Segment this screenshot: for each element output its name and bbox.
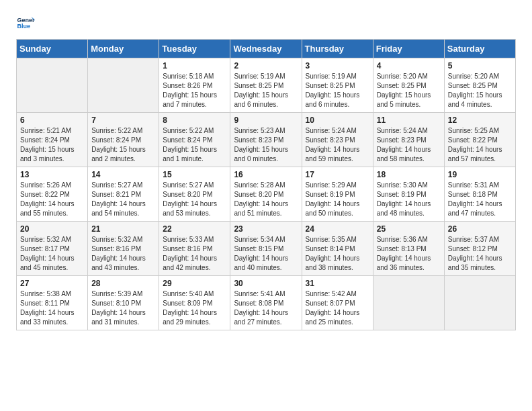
day-number: 19 bbox=[448, 170, 512, 179]
day-info: Sunrise: 5:24 AM Sunset: 8:23 PM Dayligh… bbox=[377, 126, 441, 164]
day-number: 9 bbox=[234, 116, 298, 125]
day-info: Sunrise: 5:22 AM Sunset: 8:24 PM Dayligh… bbox=[91, 126, 155, 164]
day-info: Sunrise: 5:25 AM Sunset: 8:22 PM Dayligh… bbox=[448, 126, 512, 164]
day-info: Sunrise: 5:27 AM Sunset: 8:21 PM Dayligh… bbox=[91, 181, 155, 218]
logo: General Blue bbox=[16, 13, 38, 32]
day-number: 27 bbox=[20, 279, 84, 288]
day-info: Sunrise: 5:33 AM Sunset: 8:16 PM Dayligh… bbox=[163, 235, 226, 273]
day-number: 30 bbox=[234, 279, 298, 288]
day-number: 14 bbox=[91, 170, 155, 179]
column-header-sunday: Sunday bbox=[17, 40, 88, 58]
day-number: 12 bbox=[448, 116, 512, 125]
calendar-cell: 21Sunrise: 5:32 AM Sunset: 8:16 PM Dayli… bbox=[88, 222, 159, 276]
day-info: Sunrise: 5:29 AM Sunset: 8:19 PM Dayligh… bbox=[306, 181, 369, 218]
column-header-thursday: Thursday bbox=[302, 40, 373, 58]
calendar-cell: 4Sunrise: 5:20 AM Sunset: 8:25 PM Daylig… bbox=[373, 58, 444, 113]
calendar-cell: 16Sunrise: 5:28 AM Sunset: 8:20 PM Dayli… bbox=[230, 167, 302, 222]
day-number: 24 bbox=[306, 224, 369, 234]
day-info: Sunrise: 5:20 AM Sunset: 8:25 PM Dayligh… bbox=[377, 72, 441, 109]
day-info: Sunrise: 5:18 AM Sunset: 8:26 PM Dayligh… bbox=[163, 72, 226, 109]
calendar-cell: 15Sunrise: 5:27 AM Sunset: 8:20 PM Dayli… bbox=[159, 167, 230, 222]
calendar-week-row: 13Sunrise: 5:26 AM Sunset: 8:22 PM Dayli… bbox=[17, 167, 516, 222]
day-info: Sunrise: 5:32 AM Sunset: 8:16 PM Dayligh… bbox=[91, 235, 155, 273]
day-info: Sunrise: 5:31 AM Sunset: 8:18 PM Dayligh… bbox=[448, 181, 512, 218]
calendar-week-row: 27Sunrise: 5:38 AM Sunset: 8:11 PM Dayli… bbox=[17, 276, 516, 330]
calendar-cell: 8Sunrise: 5:22 AM Sunset: 8:24 PM Daylig… bbox=[159, 113, 230, 167]
day-info: Sunrise: 5:19 AM Sunset: 8:25 PM Dayligh… bbox=[234, 72, 298, 109]
day-number: 8 bbox=[163, 116, 226, 125]
day-info: Sunrise: 5:32 AM Sunset: 8:17 PM Dayligh… bbox=[20, 235, 84, 273]
calendar-cell: 19Sunrise: 5:31 AM Sunset: 8:18 PM Dayli… bbox=[444, 167, 515, 222]
day-number: 3 bbox=[306, 61, 369, 71]
day-info: Sunrise: 5:36 AM Sunset: 8:13 PM Dayligh… bbox=[377, 235, 441, 273]
day-number: 5 bbox=[448, 61, 512, 71]
calendar-cell: 18Sunrise: 5:30 AM Sunset: 8:19 PM Dayli… bbox=[373, 167, 444, 222]
calendar-cell bbox=[373, 276, 444, 330]
day-info: Sunrise: 5:39 AM Sunset: 8:10 PM Dayligh… bbox=[91, 289, 155, 327]
calendar-cell: 25Sunrise: 5:36 AM Sunset: 8:13 PM Dayli… bbox=[373, 222, 444, 276]
day-number: 11 bbox=[377, 116, 441, 125]
calendar-header-row: SundayMondayTuesdayWednesdayThursdayFrid… bbox=[17, 40, 516, 58]
day-number: 29 bbox=[163, 279, 226, 288]
calendar-cell: 1Sunrise: 5:18 AM Sunset: 8:26 PM Daylig… bbox=[159, 58, 230, 113]
day-number: 10 bbox=[306, 116, 369, 125]
calendar-cell: 30Sunrise: 5:41 AM Sunset: 8:08 PM Dayli… bbox=[230, 276, 302, 330]
svg-text:General: General bbox=[17, 17, 35, 24]
day-number: 25 bbox=[377, 224, 441, 234]
calendar-cell: 6Sunrise: 5:21 AM Sunset: 8:24 PM Daylig… bbox=[17, 113, 88, 167]
day-info: Sunrise: 5:22 AM Sunset: 8:24 PM Dayligh… bbox=[163, 126, 226, 164]
day-number: 2 bbox=[234, 61, 298, 71]
day-info: Sunrise: 5:19 AM Sunset: 8:25 PM Dayligh… bbox=[306, 72, 369, 109]
calendar-cell: 20Sunrise: 5:32 AM Sunset: 8:17 PM Dayli… bbox=[17, 222, 88, 276]
page-header: General Blue bbox=[16, 13, 516, 32]
calendar-cell: 12Sunrise: 5:25 AM Sunset: 8:22 PM Dayli… bbox=[444, 113, 515, 167]
calendar-cell: 26Sunrise: 5:37 AM Sunset: 8:12 PM Dayli… bbox=[444, 222, 515, 276]
day-number: 20 bbox=[20, 224, 84, 234]
day-info: Sunrise: 5:34 AM Sunset: 8:15 PM Dayligh… bbox=[234, 235, 298, 273]
day-number: 31 bbox=[306, 279, 369, 288]
calendar-cell bbox=[444, 276, 515, 330]
day-info: Sunrise: 5:21 AM Sunset: 8:24 PM Dayligh… bbox=[20, 126, 84, 164]
calendar-week-row: 1Sunrise: 5:18 AM Sunset: 8:26 PM Daylig… bbox=[17, 58, 516, 113]
calendar-week-row: 20Sunrise: 5:32 AM Sunset: 8:17 PM Dayli… bbox=[17, 222, 516, 276]
calendar-cell: 29Sunrise: 5:40 AM Sunset: 8:09 PM Dayli… bbox=[159, 276, 230, 330]
day-info: Sunrise: 5:27 AM Sunset: 8:20 PM Dayligh… bbox=[163, 181, 226, 218]
calendar-cell: 9Sunrise: 5:23 AM Sunset: 8:23 PM Daylig… bbox=[230, 113, 302, 167]
calendar-cell: 28Sunrise: 5:39 AM Sunset: 8:10 PM Dayli… bbox=[88, 276, 159, 330]
day-info: Sunrise: 5:37 AM Sunset: 8:12 PM Dayligh… bbox=[448, 235, 512, 273]
calendar-cell: 14Sunrise: 5:27 AM Sunset: 8:21 PM Dayli… bbox=[88, 167, 159, 222]
calendar-cell: 22Sunrise: 5:33 AM Sunset: 8:16 PM Dayli… bbox=[159, 222, 230, 276]
day-number: 13 bbox=[20, 170, 84, 179]
day-number: 4 bbox=[377, 61, 441, 71]
day-info: Sunrise: 5:41 AM Sunset: 8:08 PM Dayligh… bbox=[234, 289, 298, 327]
day-info: Sunrise: 5:35 AM Sunset: 8:14 PM Dayligh… bbox=[306, 235, 369, 273]
day-number: 23 bbox=[234, 224, 298, 234]
day-number: 15 bbox=[163, 170, 226, 179]
day-info: Sunrise: 5:42 AM Sunset: 8:07 PM Dayligh… bbox=[306, 289, 369, 327]
calendar-cell: 11Sunrise: 5:24 AM Sunset: 8:23 PM Dayli… bbox=[373, 113, 444, 167]
day-info: Sunrise: 5:26 AM Sunset: 8:22 PM Dayligh… bbox=[20, 181, 84, 218]
day-info: Sunrise: 5:24 AM Sunset: 8:23 PM Dayligh… bbox=[306, 126, 369, 164]
svg-text:Blue: Blue bbox=[17, 23, 30, 30]
day-info: Sunrise: 5:30 AM Sunset: 8:19 PM Dayligh… bbox=[377, 181, 441, 218]
calendar-cell: 7Sunrise: 5:22 AM Sunset: 8:24 PM Daylig… bbox=[88, 113, 159, 167]
calendar-cell bbox=[17, 58, 88, 113]
calendar-cell: 3Sunrise: 5:19 AM Sunset: 8:25 PM Daylig… bbox=[302, 58, 373, 113]
calendar-table: SundayMondayTuesdayWednesdayThursdayFrid… bbox=[16, 39, 516, 330]
day-number: 28 bbox=[91, 279, 155, 288]
day-number: 18 bbox=[377, 170, 441, 179]
day-info: Sunrise: 5:23 AM Sunset: 8:23 PM Dayligh… bbox=[234, 126, 298, 164]
day-info: Sunrise: 5:20 AM Sunset: 8:25 PM Dayligh… bbox=[448, 72, 512, 109]
logo-icon: General Blue bbox=[16, 13, 35, 32]
calendar-cell: 31Sunrise: 5:42 AM Sunset: 8:07 PM Dayli… bbox=[302, 276, 373, 330]
column-header-saturday: Saturday bbox=[444, 40, 515, 58]
column-header-wednesday: Wednesday bbox=[230, 40, 302, 58]
day-info: Sunrise: 5:38 AM Sunset: 8:11 PM Dayligh… bbox=[20, 289, 84, 327]
day-info: Sunrise: 5:40 AM Sunset: 8:09 PM Dayligh… bbox=[163, 289, 226, 327]
calendar-cell: 23Sunrise: 5:34 AM Sunset: 8:15 PM Dayli… bbox=[230, 222, 302, 276]
day-number: 1 bbox=[163, 61, 226, 71]
day-number: 22 bbox=[163, 224, 226, 234]
calendar-cell: 5Sunrise: 5:20 AM Sunset: 8:25 PM Daylig… bbox=[444, 58, 515, 113]
day-number: 26 bbox=[448, 224, 512, 234]
calendar-cell: 27Sunrise: 5:38 AM Sunset: 8:11 PM Dayli… bbox=[17, 276, 88, 330]
